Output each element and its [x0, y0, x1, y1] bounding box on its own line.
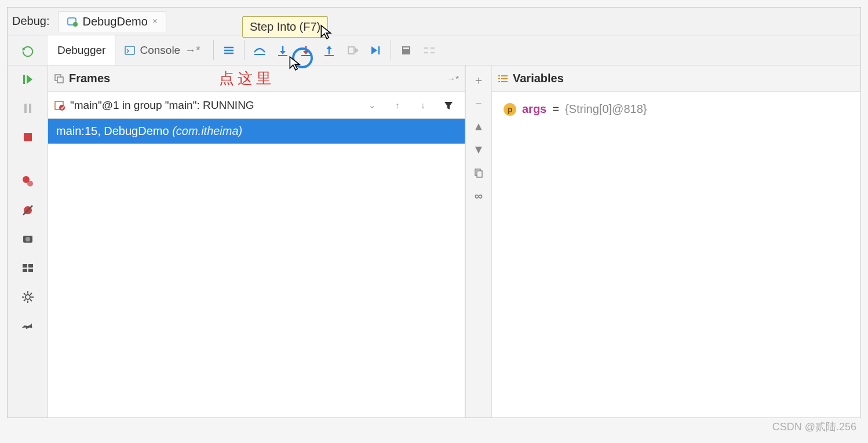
view-breakpoints-button[interactable] — [19, 172, 37, 191]
svg-rect-59 — [501, 75, 508, 76]
run-config-tab[interactable]: DebugDemo × — [58, 11, 167, 32]
run-config-icon — [67, 16, 78, 27]
variable-value: {String[0]@818} — [565, 102, 647, 116]
topbar: Debug: DebugDemo × — [8, 8, 860, 35]
remove-watch-button[interactable]: － — [470, 94, 487, 112]
svg-rect-60 — [498, 78, 500, 79]
move-down-button[interactable]: ▼ — [470, 141, 487, 158]
frames-pin-icon[interactable]: →* — [447, 74, 459, 83]
svg-rect-63 — [501, 81, 508, 82]
variables-tool-column: ＋ － ▲ ▼ ∞ — [465, 65, 492, 418]
console-icon — [125, 45, 135, 56]
trace-button[interactable] — [418, 35, 441, 65]
stack-list[interactable]: main:15, DebugDemo (com.itheima) — [48, 119, 465, 418]
copy-button[interactable] — [470, 164, 487, 181]
content-area: Frames 点这里 →* "main"@1 in group "main": … — [8, 65, 860, 418]
next-frame-button[interactable]: ↓ — [413, 95, 433, 116]
svg-marker-19 — [371, 46, 377, 54]
svg-rect-41 — [28, 269, 33, 272]
variables-pane: Variables p args = {String[0]@818} — [492, 65, 860, 418]
variable-row[interactable]: p args = {String[0]@818} — [504, 102, 849, 116]
svg-rect-40 — [23, 269, 27, 272]
show-watches-button[interactable]: ∞ — [470, 187, 487, 204]
close-icon[interactable]: × — [152, 16, 158, 27]
settings-button[interactable] — [19, 288, 37, 306]
evaluate-button[interactable] — [395, 35, 418, 65]
svg-rect-52 — [57, 77, 63, 83]
stack-frame-pkg: (com.itheima) — [172, 125, 242, 137]
svg-rect-38 — [23, 264, 27, 268]
run-to-cursor-button[interactable] — [364, 35, 387, 65]
svg-rect-22 — [403, 47, 409, 49]
frames-header: Frames 点这里 →* — [48, 65, 465, 92]
svg-marker-15 — [326, 46, 332, 49]
param-badge-icon: p — [504, 103, 516, 116]
frames-restore-icon[interactable] — [54, 74, 64, 84]
svg-rect-39 — [28, 264, 33, 268]
svg-line-47 — [24, 293, 25, 295]
svg-line-49 — [24, 299, 25, 301]
pin-button[interactable] — [19, 317, 37, 335]
variable-name: args — [522, 102, 546, 116]
resume-button[interactable] — [19, 70, 37, 89]
variables-title: Variables — [513, 72, 564, 85]
svg-rect-62 — [498, 81, 500, 82]
left-action-column — [8, 65, 48, 418]
svg-marker-9 — [280, 51, 286, 54]
svg-rect-57 — [477, 171, 482, 177]
run-config-name: DebugDemo — [83, 15, 148, 28]
step-out-button[interactable] — [318, 35, 341, 65]
svg-point-1 — [73, 22, 78, 27]
step-over-button[interactable] — [248, 35, 271, 65]
annotation-text: 点这里 — [219, 68, 275, 89]
debug-toolwindow: Debug: DebugDemo × Debugger Console →* — [7, 7, 861, 418]
variables-list-icon — [498, 74, 508, 83]
thread-combo[interactable]: "main"@1 in group "main": RUNNING — [70, 99, 357, 112]
threads-icon[interactable] — [217, 35, 240, 65]
stack-frame[interactable]: main:15, DebugDemo (com.itheima) — [48, 119, 465, 144]
stop-button[interactable] — [19, 128, 37, 147]
variables-list[interactable]: p args = {String[0]@818} — [492, 92, 860, 418]
svg-marker-55 — [444, 102, 453, 109]
stack-frame-loc: main:15, DebugDemo — [56, 125, 169, 137]
drop-frame-button[interactable] — [341, 35, 364, 65]
pause-button[interactable] — [19, 99, 37, 118]
new-watch-button[interactable]: ＋ — [470, 71, 487, 89]
svg-marker-18 — [355, 47, 359, 53]
svg-point-42 — [25, 295, 30, 299]
svg-point-37 — [25, 237, 30, 241]
svg-rect-29 — [24, 104, 27, 113]
move-up-button[interactable]: ▲ — [470, 118, 487, 135]
svg-point-33 — [27, 181, 33, 186]
thread-selector-row: "main"@1 in group "main": RUNNING ⌄ ↑ ↓ — [48, 92, 465, 119]
debug-toolbar: Debugger Console →* — [8, 35, 860, 65]
pin-right-icon: →* — [185, 44, 200, 57]
watermark: CSDN @贰陆.256 — [772, 420, 856, 434]
section-label: Debug: — [12, 14, 50, 28]
variables-header: Variables — [492, 65, 860, 92]
svg-line-48 — [30, 299, 32, 301]
variable-eq: = — [552, 102, 559, 116]
tab-debugger[interactable]: Debugger — [48, 35, 115, 65]
cursor-icon — [289, 56, 301, 71]
cursor-icon — [320, 24, 333, 39]
frames-pane: Frames 点这里 →* "main"@1 in group "main": … — [48, 65, 465, 418]
svg-rect-27 — [23, 75, 25, 84]
prev-frame-button[interactable]: ↑ — [387, 95, 408, 116]
rerun-button[interactable] — [19, 42, 37, 61]
frames-title: Frames — [69, 72, 110, 85]
svg-rect-58 — [498, 75, 500, 76]
tab-console[interactable]: Console →* — [115, 35, 209, 65]
svg-rect-3 — [125, 46, 134, 54]
thread-dump-button[interactable] — [19, 230, 37, 248]
thread-dropdown-icon[interactable]: ⌄ — [362, 95, 382, 116]
svg-line-50 — [30, 293, 32, 295]
svg-rect-31 — [24, 133, 32, 141]
mute-breakpoints-button[interactable] — [19, 201, 37, 219]
filter-frames-button[interactable] — [438, 95, 459, 116]
step-into-tooltip: Step Into (F7) — [242, 16, 328, 38]
layout-settings-button[interactable] — [19, 259, 37, 277]
svg-point-54 — [59, 105, 65, 111]
svg-rect-17 — [348, 47, 354, 54]
svg-rect-30 — [29, 104, 31, 113]
